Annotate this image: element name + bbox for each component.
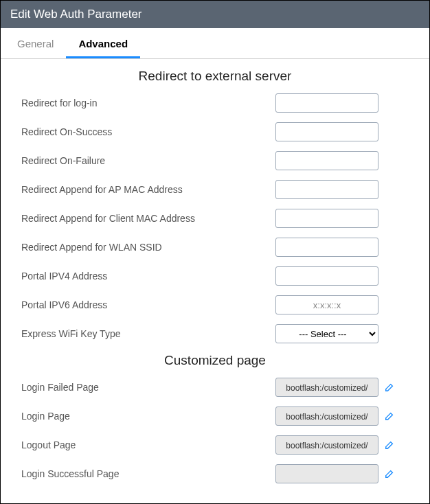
label-redirect-success: Redirect On-Success — [21, 126, 275, 137]
select-express-wifi-key[interactable]: --- Select --- — [275, 324, 378, 343]
input-redirect-login[interactable] — [275, 93, 378, 113]
label-login-failed-page: Login Failed Page — [21, 382, 275, 393]
section-heading-custom: Customized page — [21, 353, 409, 368]
tab-bar: General Advanced — [1, 28, 429, 59]
tab-advanced[interactable]: Advanced — [66, 28, 140, 58]
edit-icon[interactable] — [384, 411, 395, 422]
edit-icon[interactable] — [384, 382, 395, 393]
label-express-wifi-key: Express WiFi Key Type — [21, 328, 275, 339]
row-append-wlan-ssid: Redirect Append for WLAN SSID — [21, 238, 409, 257]
tab-general[interactable]: General — [5, 28, 66, 58]
row-express-wifi-key: Express WiFi Key Type --- Select --- — [21, 324, 409, 343]
row-redirect-login: Redirect for log-in — [21, 93, 409, 113]
label-append-ap-mac: Redirect Append for AP MAC Address — [21, 184, 275, 195]
row-redirect-success: Redirect On-Success — [21, 122, 409, 141]
input-redirect-failure[interactable] — [275, 151, 378, 170]
display-login-page: bootflash:/customized/ — [275, 406, 378, 426]
row-login-page: Login Page bootflash:/customized/ — [21, 406, 409, 426]
row-portal-ipv4: Portal IPV4 Address — [21, 266, 409, 286]
label-logout-page: Logout Page — [21, 439, 275, 450]
label-login-page: Login Page — [21, 411, 275, 422]
input-append-client-mac[interactable] — [275, 209, 378, 228]
row-portal-ipv6: Portal IPV6 Address — [21, 295, 409, 314]
display-logout-page: bootflash:/customized/ — [275, 435, 378, 455]
label-redirect-login: Redirect for log-in — [21, 98, 275, 108]
row-append-ap-mac: Redirect Append for AP MAC Address — [21, 180, 409, 199]
row-login-success-page: Login Successful Page — [21, 464, 409, 483]
row-logout-page: Logout Page bootflash:/customized/ — [21, 435, 409, 455]
display-login-success-page — [275, 464, 378, 483]
label-login-success-page: Login Successful Page — [21, 468, 275, 479]
label-append-client-mac: Redirect Append for Client MAC Address — [21, 213, 275, 224]
display-login-failed-page: bootflash:/customized/ — [275, 378, 378, 397]
label-portal-ipv6: Portal IPV6 Address — [21, 299, 275, 310]
section-heading-redirect: Redirect to external server — [21, 69, 409, 84]
input-redirect-success[interactable] — [275, 122, 378, 141]
input-append-ap-mac[interactable] — [275, 180, 378, 199]
label-append-wlan-ssid: Redirect Append for WLAN SSID — [21, 242, 275, 253]
input-portal-ipv4[interactable] — [275, 266, 378, 286]
edit-icon[interactable] — [384, 468, 395, 479]
label-redirect-failure: Redirect On-Failure — [21, 155, 275, 166]
edit-icon[interactable] — [384, 439, 395, 450]
row-login-failed-page: Login Failed Page bootflash:/customized/ — [21, 378, 409, 397]
label-portal-ipv4: Portal IPV4 Address — [21, 271, 275, 282]
input-append-wlan-ssid[interactable] — [275, 238, 378, 257]
input-portal-ipv6[interactable] — [275, 295, 378, 314]
dialog-title: Edit Web Auth Parameter — [1, 1, 429, 28]
form-area: Redirect to external server Redirect for… — [1, 69, 429, 501]
row-append-client-mac: Redirect Append for Client MAC Address — [21, 209, 409, 228]
row-redirect-failure: Redirect On-Failure — [21, 151, 409, 170]
